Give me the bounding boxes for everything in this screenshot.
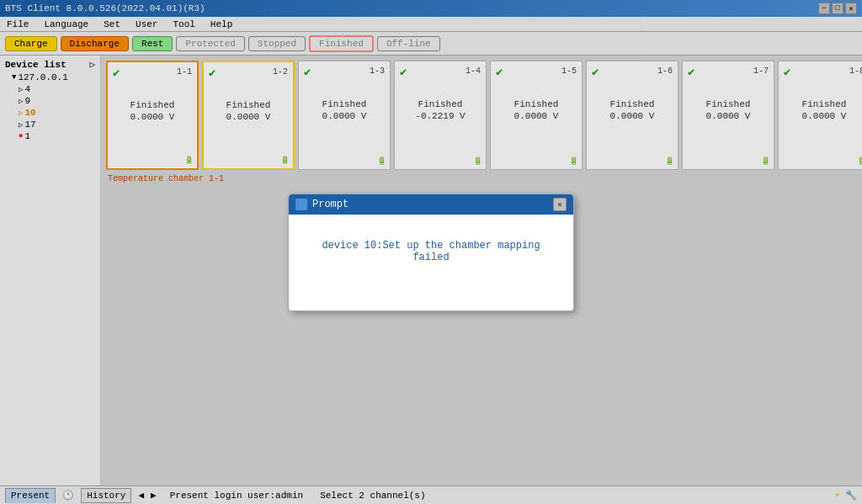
modal-close-button[interactable]: ✕	[553, 198, 567, 211]
prompt-dialog: Prompt ✕ device 10:Set up the chamber ma…	[288, 194, 574, 311]
modal-overlay: Prompt ✕ device 10:Set up the chamber ma…	[0, 0, 862, 504]
modal-title-text: Prompt	[312, 199, 349, 210]
modal-title-bar: Prompt ✕	[289, 194, 573, 215]
modal-body: device 10:Set up the chamber mapping fai…	[289, 215, 573, 280]
prompt-icon	[295, 199, 307, 210]
modal-title-left: Prompt	[295, 199, 349, 210]
modal-message: device 10:Set up the chamber mapping fai…	[322, 240, 540, 263]
